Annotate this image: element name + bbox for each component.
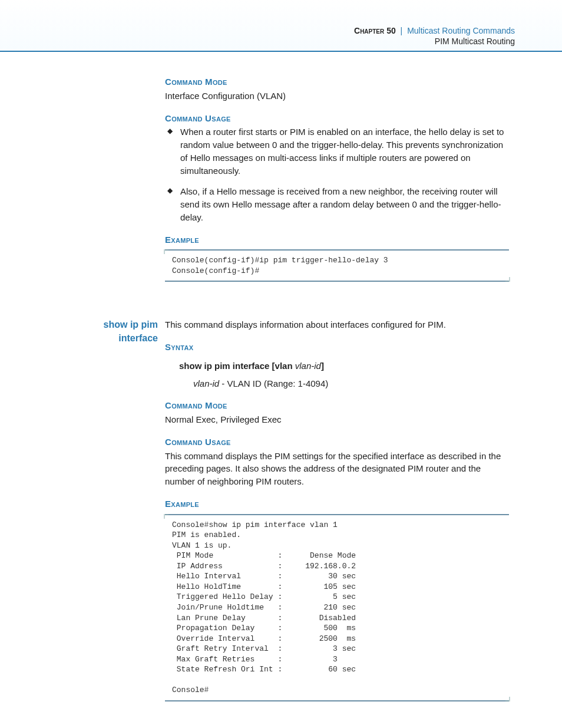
heading-example: Example (165, 233, 509, 246)
command-mode-text: Normal Exec, Privileged Exec (165, 413, 509, 426)
command-name-line1: show ip pim (53, 318, 158, 331)
example-code-block: Console(config-if)#ip pim trigger-hello-… (165, 249, 509, 282)
syntax-sub-rest: - VLAN ID (Range: 1-4094) (219, 378, 328, 388)
command-intro: This command displays information about … (165, 318, 509, 331)
usage-bullet: When a router first starts or PIM is ena… (165, 126, 509, 177)
page-header: Chapter 50 | Multicast Routing Commands … (0, 0, 562, 52)
command-name-line2: interface (53, 332, 158, 345)
usage-text: This command displays the PIM settings f… (165, 450, 509, 488)
syntax-bold-1: show ip pim interface (179, 361, 269, 371)
header-subtitle: PIM Multicast Routing (0, 37, 515, 46)
command-mode-text: Interface Configuration (VLAN) (165, 90, 509, 103)
page-content: Command Mode Interface Configuration (VL… (0, 52, 562, 728)
chapter-label: Chapter 50 (354, 26, 396, 35)
usage-bullet-list: When a router first starts or PIM is ena… (165, 126, 509, 223)
heading-command-usage: Command Usage (165, 436, 509, 449)
heading-command-mode: Command Mode (165, 75, 509, 88)
bracket-close: ] (321, 361, 324, 371)
syntax-sub: vlan-id - VLAN ID (Range: 1-4094) (165, 377, 509, 390)
syntax-bold-2: vlan (275, 361, 293, 371)
usage-bullet: Also, if a Hello message is received fro… (165, 185, 509, 223)
example-code-block: Console#show ip pim interface vlan 1 PIM… (165, 514, 509, 701)
heading-command-usage: Command Usage (165, 112, 509, 125)
heading-syntax: Syntax (165, 341, 509, 354)
heading-example: Example (165, 498, 509, 510)
syntax-sub-italic: vlan-id (193, 378, 219, 388)
heading-command-mode: Command Mode (165, 399, 509, 412)
separator: | (398, 26, 405, 35)
syntax-optional: vlan-id (295, 361, 321, 371)
syntax-line: show ip pim interface [vlan vlan-id] (165, 360, 509, 373)
header-line1: Chapter 50 | Multicast Routing Commands (0, 26, 515, 35)
chapter-title: Multicast Routing Commands (407, 26, 515, 35)
